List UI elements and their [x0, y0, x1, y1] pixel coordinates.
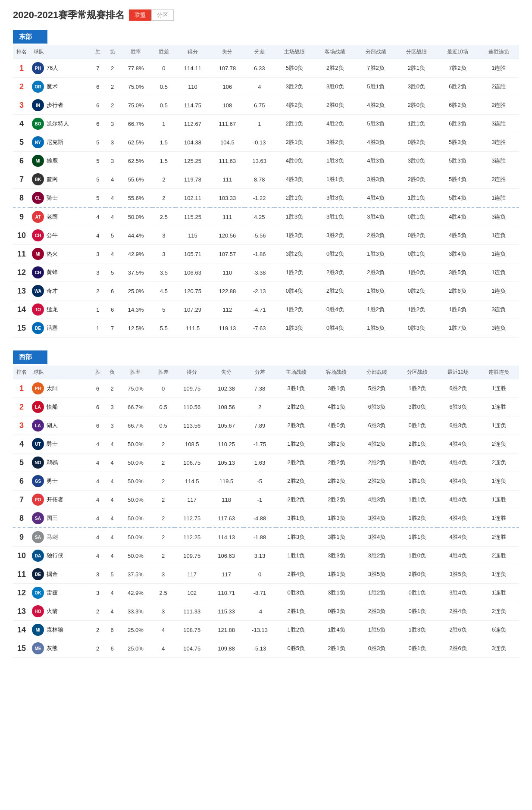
- losses-cell: 4: [105, 189, 120, 208]
- opp-cell: 109.88: [209, 639, 244, 658]
- div-cell: 1胜5负: [357, 621, 397, 639]
- pct-cell: 37.5%: [119, 565, 152, 584]
- team-logo: UT: [32, 438, 44, 450]
- div-cell: 5胜2负: [357, 379, 397, 398]
- conf-cell: 2胜1负: [396, 59, 437, 78]
- rank-cell: 8: [13, 189, 30, 208]
- last10-cell: 1胜6负: [437, 300, 479, 319]
- team-cell: TO 猛龙: [30, 300, 91, 319]
- team-logo: DA: [32, 550, 44, 562]
- div-cell: 7胜2负: [355, 59, 396, 78]
- div-cell: 6胜3负: [357, 416, 397, 435]
- conf-cell: 0胜1负: [396, 207, 437, 226]
- away-cell: 3胜0负: [315, 78, 355, 96]
- div-cell: 3胜3负: [355, 170, 396, 189]
- pts-cell: 109.75: [175, 547, 209, 565]
- diff-cell: -8.71: [244, 584, 276, 602]
- team-name: 湖人: [47, 422, 58, 429]
- wins-cell: 4: [91, 226, 105, 245]
- conf-cell: 3胜0负: [396, 78, 437, 96]
- div-cell: 4胜2负: [357, 435, 397, 453]
- losses-cell: 3: [105, 152, 120, 170]
- losses-cell: 4: [105, 472, 119, 491]
- pts-cell: 109.75: [175, 379, 209, 398]
- streak-cell: 3连胜: [479, 133, 519, 152]
- team-logo: AT: [32, 211, 44, 223]
- div-cell: 4胜2负: [355, 96, 396, 115]
- team-cell: BK 篮网: [30, 170, 91, 189]
- pct-cell: 12.5%: [119, 319, 152, 338]
- gb-cell: 0.5: [152, 398, 175, 416]
- opp-cell: 110.71: [209, 584, 244, 602]
- div-cell: 3胜4负: [357, 509, 397, 528]
- table-row: 4 BO 凯尔特人 6 3 66.7% 1 112.67 111.67 1 2胜…: [13, 115, 519, 133]
- col-gb: 胜差: [152, 45, 175, 59]
- rank-cell: 2: [13, 398, 30, 416]
- conf-cell: 0胜1负: [396, 245, 437, 263]
- team-cell: PH 太阳: [30, 379, 91, 398]
- team-logo: SA: [32, 512, 44, 524]
- table-row: 3 IN 步行者 6 2 75.0% 0.5 114.75 108 6.75 4…: [13, 96, 519, 115]
- diff-cell: -1.88: [244, 528, 276, 547]
- streak-cell: 3连负: [479, 319, 519, 338]
- pct-cell: 42.9%: [119, 584, 152, 602]
- col-away: 客场战绩: [315, 45, 355, 59]
- last10-cell: 5胜3负: [437, 152, 479, 170]
- conf-cell: 2胜0负: [396, 96, 437, 115]
- diff-cell: 4.25: [245, 207, 274, 226]
- streak-cell: 1连负: [479, 226, 519, 245]
- opp-cell: 121.88: [209, 621, 244, 639]
- opp-cell: 118: [209, 491, 244, 509]
- last10-cell: 2胜6负: [437, 282, 479, 300]
- team-name: 灰熊: [47, 644, 58, 652]
- gb-cell: 1.5: [152, 152, 175, 170]
- tab-league[interactable]: 联盟: [129, 9, 151, 21]
- team-name: 森林狼: [47, 626, 63, 634]
- streak-cell: 3连负: [479, 300, 519, 319]
- gb-cell: 3: [152, 565, 175, 584]
- last10-cell: 6胜3负: [437, 115, 479, 133]
- col-rank: 排名: [13, 45, 30, 59]
- wins-cell: 4: [91, 528, 105, 547]
- opp-cell: 122.88: [210, 282, 244, 300]
- table-row: 11 DE 掘金 3 5 37.5% 3 117 117 0 2胜4负 1胜1负…: [13, 565, 519, 584]
- tab-division[interactable]: 分区: [151, 9, 174, 21]
- streak-cell: 1连负: [479, 472, 519, 491]
- last10-cell: 1胜7负: [437, 319, 479, 338]
- table-row: 10 DA 独行侠 4 4 50.0% 2 109.75 106.63 3.13…: [13, 547, 519, 565]
- rank-cell: 6: [13, 472, 30, 491]
- losses-cell: 2: [105, 379, 119, 398]
- table-row: 13 WA 奇才 2 6 25.0% 4.5 120.75 122.88 -2.…: [13, 282, 519, 300]
- streak-cell: 2连负: [479, 453, 519, 472]
- streak-cell: 1连负: [479, 416, 519, 435]
- pts-cell: 104.38: [175, 133, 210, 152]
- pts-cell: 111.33: [175, 602, 209, 621]
- pts-cell: 125.25: [175, 152, 210, 170]
- wins-cell: 7: [91, 59, 105, 78]
- rank-cell: 8: [13, 509, 30, 528]
- wins-cell: 3: [91, 245, 105, 263]
- wins-cell: 4: [91, 453, 105, 472]
- pts-cell: 120.75: [175, 282, 210, 300]
- col-pts: 得分: [175, 45, 210, 59]
- pts-cell: 115.25: [175, 207, 210, 226]
- pct-cell: 50.0%: [119, 472, 152, 491]
- pct-cell: 62.5%: [119, 133, 152, 152]
- pct-cell: 25.0%: [119, 639, 152, 658]
- team-name: 尼克斯: [47, 138, 63, 146]
- team-logo: NO: [32, 457, 44, 469]
- losses-cell: 2: [105, 96, 120, 115]
- tab-group[interactable]: 联盟 分区: [129, 9, 174, 21]
- rank-cell: 11: [13, 245, 30, 263]
- gb-cell: 2: [152, 528, 175, 547]
- gb-cell: 4: [152, 639, 175, 658]
- pts-cell: 106.75: [175, 453, 209, 472]
- wins-cell: 2: [91, 621, 105, 639]
- conf-cell: 1胜3负: [397, 621, 438, 639]
- wins-cell: 4: [91, 509, 105, 528]
- team-cell: SA 国王: [30, 509, 91, 528]
- team-logo: BK: [32, 173, 44, 185]
- losses-cell: 6: [105, 300, 120, 319]
- div-cell: 4胜3负: [357, 491, 397, 509]
- rank-cell: 10: [13, 226, 30, 245]
